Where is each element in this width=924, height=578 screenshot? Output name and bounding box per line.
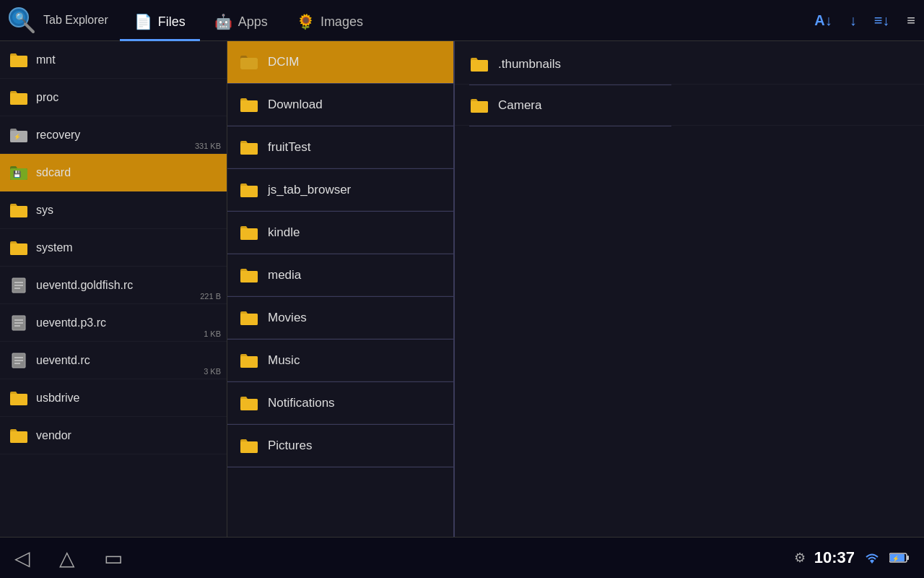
sdcard-icon: 💾 [9, 164, 29, 181]
folder-icon [239, 309, 259, 327]
svg-text:🔍: 🔍 [15, 12, 27, 24]
folder-name: Music [268, 353, 442, 368]
back-button[interactable]: ◁ [14, 546, 30, 570]
tab-apps[interactable]: 🤖 Apps [200, 5, 282, 41]
sort-desc-button[interactable]: ↓ [847, 9, 860, 32]
folder-icon [9, 51, 29, 69]
clock: 10:37 [814, 548, 855, 567]
status-area: ⚙ 10:37 ⚡ [794, 548, 910, 567]
folder-icon [239, 224, 259, 241]
list-item[interactable]: mnt [0, 41, 227, 79]
list-item[interactable]: vendor [0, 417, 227, 454]
folder-icon [469, 97, 489, 114]
folder-name: DCIM [268, 55, 442, 69]
folder-icon [239, 139, 259, 156]
folder-name: vendor [36, 429, 218, 442]
folder-name: Notifications [268, 396, 442, 410]
toolbar-right: A↓ ↓ ≡↓ ≡ [811, 9, 918, 32]
list-item[interactable]: media [227, 254, 453, 296]
sort-list-button[interactable]: ≡↓ [871, 9, 893, 32]
tab-apps-label: Apps [238, 14, 268, 30]
file-size: 331 KB [195, 142, 221, 150]
list-item[interactable]: system [0, 229, 227, 267]
folder-icon [239, 394, 259, 412]
sort-az-button[interactable]: A↓ [811, 9, 834, 32]
folder-name: recovery [36, 129, 218, 142]
folder-icon [239, 352, 259, 369]
file-name: ueventd.goldfish.rc [36, 279, 218, 292]
folder-name: mnt [36, 53, 218, 66]
list-item[interactable]: kindle [227, 212, 453, 254]
folder-name: Pictures [268, 439, 442, 453]
list-item[interactable]: proc [0, 79, 227, 116]
menu-button[interactable]: ≡ [904, 9, 918, 32]
recents-button[interactable]: ▭ [104, 546, 123, 570]
svg-rect-22 [907, 556, 909, 560]
main-content: mnt proc ⚡ recovery 331 KB 💾 s [0, 41, 924, 537]
list-item[interactable]: .thumbnails [455, 44, 924, 85]
list-item[interactable]: fruitTest [227, 126, 453, 168]
list-item[interactable]: Notifications [227, 382, 453, 424]
folder-name: fruitTest [268, 140, 442, 155]
mid-file-panel: DCIM Download fruitTest js_tab_browser [227, 41, 455, 537]
list-item[interactable]: Download [227, 84, 453, 126]
tab-files[interactable]: 📄 Files [120, 5, 200, 41]
file-name: ueventd.p3.rc [36, 316, 218, 329]
list-item[interactable]: Movies [227, 297, 453, 339]
right-file-panel: .thumbnails Camera [455, 41, 924, 537]
app-name: Tab Explorer [43, 14, 108, 27]
file-icon [9, 277, 29, 294]
folder-name: js_tab_browser [268, 183, 442, 197]
battery-icon: ⚡ [889, 552, 910, 564]
folder-icon [239, 267, 259, 284]
nav-buttons: ◁ △ ▭ [14, 546, 123, 570]
folder-icon [239, 181, 259, 199]
list-item[interactable]: ueventd.rc 3 KB [0, 342, 227, 379]
list-item[interactable]: ⚡ recovery 331 KB [0, 116, 227, 154]
file-size: 3 KB [204, 367, 221, 376]
list-item[interactable]: 💾 sdcard [0, 154, 227, 191]
folder-name: sys [36, 204, 218, 217]
folder-name: system [36, 241, 218, 254]
files-icon: 📄 [134, 13, 152, 30]
tab-images[interactable]: 🌻 Images [282, 5, 378, 41]
file-size: 1 KB [204, 329, 221, 338]
topbar: 🔍 Tab Explorer 📄 Files 🤖 Apps 🌻 Images A… [0, 0, 924, 41]
file-icon [9, 352, 29, 369]
tab-bar: 📄 Files 🤖 Apps 🌻 Images [120, 0, 811, 41]
folder-special-icon: ⚡ [9, 126, 29, 144]
file-size: 221 B [200, 292, 221, 301]
folder-name: kindle [268, 225, 442, 240]
list-item[interactable]: ueventd.p3.rc 1 KB [0, 304, 227, 342]
file-name: ueventd.rc [36, 354, 218, 367]
folder-icon [9, 202, 29, 219]
home-button[interactable]: △ [59, 546, 75, 570]
list-item[interactable]: DCIM [227, 41, 453, 83]
svg-text:💾: 💾 [13, 170, 22, 178]
tab-images-label: Images [321, 14, 363, 30]
left-file-panel: mnt proc ⚡ recovery 331 KB 💾 s [0, 41, 227, 537]
image-icon: 🌻 [297, 13, 315, 30]
folder-name: sdcard [36, 166, 218, 179]
list-item[interactable]: Music [227, 340, 453, 381]
list-item[interactable]: js_tab_browser [227, 169, 453, 211]
folder-name: usbdrive [36, 392, 218, 405]
folder-icon [239, 53, 259, 71]
folder-name: Movies [268, 311, 442, 325]
folder-icon [9, 239, 29, 256]
folder-name: media [268, 268, 442, 282]
file-icon [9, 314, 29, 332]
svg-text:⚡: ⚡ [892, 555, 899, 562]
wifi-icon [863, 551, 881, 565]
folder-icon [9, 427, 29, 444]
list-item[interactable]: usbdrive [0, 379, 227, 417]
app-logo: 🔍 Tab Explorer [6, 4, 108, 36]
magnifier-icon: 🔍 [6, 4, 38, 36]
list-item[interactable]: Pictures [227, 425, 453, 467]
folder-name: Camera [498, 98, 541, 113]
list-item[interactable]: ueventd.goldfish.rc 221 B [0, 267, 227, 304]
svg-text:⚡: ⚡ [14, 133, 21, 140]
list-item[interactable]: sys [0, 191, 227, 229]
folder-icon [9, 389, 29, 407]
list-item[interactable]: Camera [455, 85, 924, 126]
